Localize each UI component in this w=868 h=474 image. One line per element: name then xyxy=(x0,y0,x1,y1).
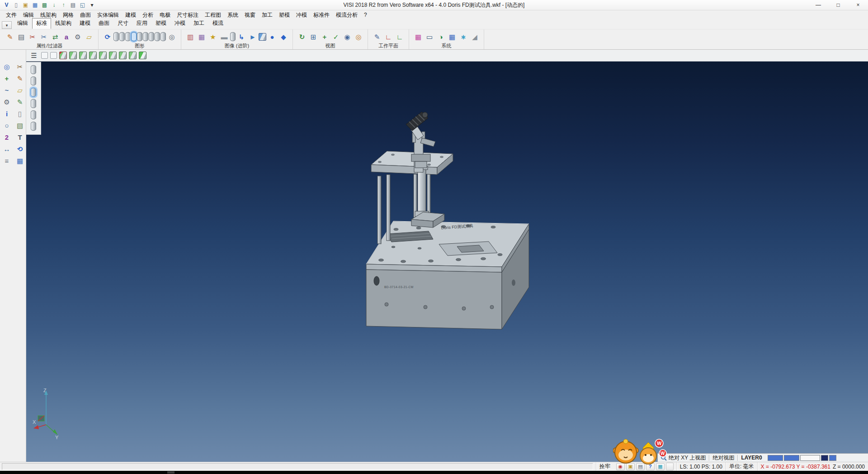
tab-dimension[interactable]: 尺寸 xyxy=(113,18,132,29)
color-grid-icon[interactable]: ▦ xyxy=(413,31,424,42)
view-bottom-icon[interactable] xyxy=(119,52,127,59)
snap-tool-icon[interactable]: + xyxy=(1,73,12,84)
view-dynamic-cube-icon[interactable] xyxy=(59,52,67,59)
cut-red-icon[interactable]: ✂ xyxy=(27,31,38,42)
tab-machining[interactable]: 加工 xyxy=(189,18,208,29)
select-tool-icon[interactable]: ◎ xyxy=(1,61,12,72)
orient-ball-icon[interactable]: ◎ xyxy=(353,31,364,42)
active-layer-indicator[interactable]: LAYER0 xyxy=(741,455,762,461)
tab-wireframe[interactable]: 线架构 xyxy=(51,18,75,29)
menu-solid-edit[interactable]: 实体编辑 xyxy=(94,11,122,19)
menu-wireframe[interactable]: 线架构 xyxy=(37,11,60,19)
menu-surface[interactable]: 曲面 xyxy=(77,11,94,19)
units-indicator[interactable]: 单位: 毫米 xyxy=(726,462,757,471)
menu-window[interactable]: 视窗 xyxy=(241,11,259,19)
dimension-tool-icon[interactable]: ↔ xyxy=(1,143,12,154)
render-mode-icon-3[interactable] xyxy=(125,32,131,41)
qat-dropdown-caret[interactable]: ▾ xyxy=(88,1,96,9)
menu-system[interactable]: 系统 xyxy=(224,11,241,19)
cube-view-icon[interactable] xyxy=(259,33,266,41)
menu-machining[interactable]: 加工 xyxy=(259,11,276,19)
view-right-icon[interactable] xyxy=(89,52,97,59)
viewport-menu-icon[interactable]: ☰ xyxy=(29,51,39,61)
solid-tool-icon[interactable]: ▧ xyxy=(14,120,25,131)
render-mode-icon-6[interactable] xyxy=(143,32,148,41)
menu-die[interactable]: 冲模 xyxy=(293,11,310,19)
menu-modeling[interactable]: 建模 xyxy=(122,11,139,19)
plane-toggle-icon-2[interactable] xyxy=(50,52,57,59)
menu-dimensioning[interactable]: 尺寸标注 xyxy=(174,11,202,19)
menu-mould[interactable]: 塑模 xyxy=(276,11,293,19)
film-edit-icon[interactable]: ▦ xyxy=(196,31,207,42)
layer-color-swatch-5[interactable] xyxy=(829,455,836,461)
sphere-blue-icon[interactable]: ● xyxy=(267,31,278,42)
save-all-icon[interactable]: ▩ xyxy=(40,1,49,9)
print-icon[interactable]: ▤ xyxy=(69,1,77,9)
preview-icon[interactable]: ◱ xyxy=(78,1,87,9)
cad-model[interactable]: Doris FD测试治具 BD-0714-03-21-CM xyxy=(364,111,532,333)
render-mode-icon-5[interactable] xyxy=(137,32,142,41)
close-button[interactable]: × xyxy=(848,0,868,10)
minimize-button[interactable]: — xyxy=(808,0,828,10)
snap-lock-toggle[interactable]: 拴牢 xyxy=(596,462,613,471)
film-star-icon[interactable]: ★ xyxy=(208,31,218,42)
settings-attributes-icon[interactable]: ⚙ xyxy=(72,31,83,42)
profile-2d-icon[interactable]: 2 xyxy=(1,132,12,142)
undo-tool-icon[interactable]: ⟲ xyxy=(14,143,25,154)
menu-electrode[interactable]: 电极 xyxy=(156,11,174,19)
arrow-cylinder-icon[interactable]: ↳ xyxy=(236,31,247,42)
quick-save-icon[interactable]: ▦ xyxy=(14,155,25,166)
tab-edit[interactable]: 编辑 xyxy=(13,18,32,29)
layer-color-swatch-3[interactable] xyxy=(800,455,820,461)
menu-edit[interactable]: 编辑 xyxy=(20,11,37,19)
tab-die[interactable]: 冲模 xyxy=(170,18,189,29)
layer-color-swatch-1[interactable] xyxy=(768,455,783,461)
workplane-xy-icon[interactable]: ∟ xyxy=(383,31,394,42)
stamp-a-icon[interactable]: a xyxy=(61,31,72,42)
import-icon[interactable]: ↓ xyxy=(50,1,58,9)
filter-entities-icon-5[interactable] xyxy=(31,110,36,119)
render-mode-icon-4[interactable] xyxy=(131,32,137,41)
swap-attributes-icon[interactable]: ⇄ xyxy=(50,31,61,42)
settings-tool-icon[interactable]: ⚙ xyxy=(1,96,12,107)
maximize-button[interactable]: □ xyxy=(828,0,848,10)
layer-stack-icon-1[interactable] xyxy=(149,32,154,41)
printer-attributes-icon[interactable]: ▤ xyxy=(16,31,27,42)
menu-drafting[interactable]: 工程图 xyxy=(202,11,224,19)
viewport-3d[interactable]: ☰ xyxy=(26,50,868,462)
circle-tool-icon[interactable]: ○ xyxy=(1,120,12,131)
filter-entities-icon-4[interactable] xyxy=(31,99,36,108)
filter-eraser-icon[interactable]: ▱ xyxy=(84,31,94,42)
orbit-view-icon[interactable]: ◉ xyxy=(342,31,353,42)
tab-standard[interactable]: 标准 xyxy=(32,18,51,29)
edit-attributes-icon[interactable]: ✎ xyxy=(5,31,15,42)
menu-analysis[interactable]: 分析 xyxy=(139,11,156,19)
filter-entities-icon-6[interactable] xyxy=(31,122,36,131)
scroll-icon[interactable]: ▬ xyxy=(219,31,230,42)
filter-entities-icon-3[interactable] xyxy=(31,88,36,97)
snap-grid-icon[interactable]: ∗ xyxy=(458,31,469,42)
filter-entities-icon-1[interactable] xyxy=(31,65,36,74)
filter-entities-icon-2[interactable] xyxy=(31,76,36,85)
diamond-blue-icon[interactable]: ◆ xyxy=(278,31,289,42)
render-mode-icon-1[interactable] xyxy=(113,32,119,41)
visi-logo[interactable]: V xyxy=(2,1,11,9)
fly-through-icon[interactable]: ► xyxy=(247,31,258,42)
dynamic-rotate-icon[interactable]: ↻ xyxy=(297,31,307,42)
absolute-view-indicator[interactable]: 绝对视图 xyxy=(712,454,734,462)
layer-stack-icon-2[interactable] xyxy=(155,32,160,41)
text-tool-icon[interactable]: T xyxy=(14,132,25,142)
view-back-icon[interactable] xyxy=(109,52,117,59)
workplane-custom-icon[interactable]: ∟ xyxy=(394,31,405,42)
view-left-icon[interactable] xyxy=(99,52,107,59)
monitor-icon[interactable]: ▭ xyxy=(424,31,435,42)
curve-tool-icon[interactable]: ~ xyxy=(1,85,12,95)
zoom-extents-icon[interactable]: ⊞ xyxy=(308,31,319,42)
info-tool-icon[interactable]: i xyxy=(1,108,12,119)
trim-tool-icon[interactable]: ✂ xyxy=(14,61,25,72)
layer-color-swatch-2[interactable] xyxy=(784,455,799,461)
sketch-tool-icon[interactable]: ✎ xyxy=(14,73,25,84)
surface-slant-icon[interactable]: ◢ xyxy=(469,31,480,42)
plane-toggle-icon-1[interactable] xyxy=(41,52,48,59)
menu-standard-parts[interactable]: 标准件 xyxy=(310,11,333,19)
